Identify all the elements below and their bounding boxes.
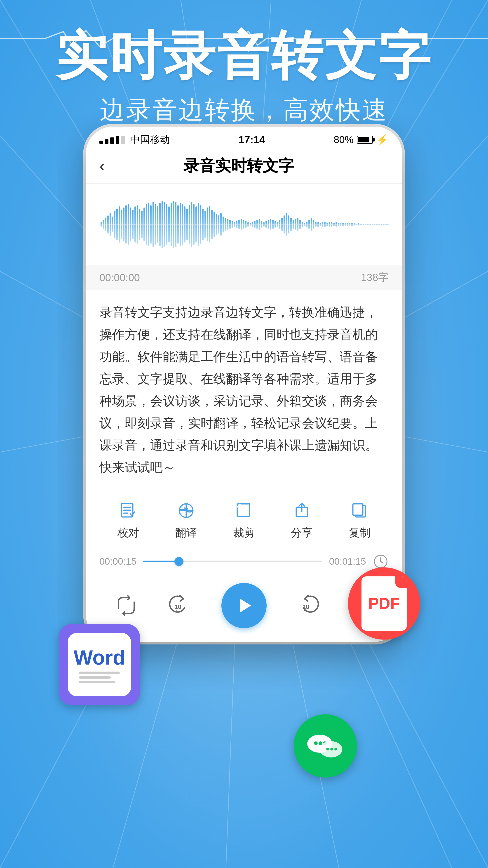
tool-share[interactable]: 分享 (291, 499, 313, 540)
svg-text:s: s (176, 608, 178, 613)
progress-section: 00:00:15 00:01:15 (86, 547, 402, 576)
back-button[interactable]: ‹ (99, 158, 105, 174)
waveform-container (86, 184, 402, 265)
word-lines (79, 672, 120, 683)
progress-track[interactable] (143, 561, 322, 562)
svg-point-173 (314, 741, 318, 745)
battery-icon (357, 135, 373, 144)
svg-text:译: 译 (184, 506, 188, 511)
status-right: 80% ⚡ (334, 134, 389, 146)
toolbar: 校对 译 翻译 (86, 490, 402, 547)
signal-dot-2 (105, 139, 108, 144)
progress-thumb[interactable] (174, 557, 184, 566)
svg-point-177 (326, 748, 329, 750)
transcript-area: 录音转文字支持边录音边转文字，转换准确迅捷，操作方便，还支持在线翻译，同时也支持… (86, 290, 402, 490)
forward-button[interactable]: 10 s (295, 593, 320, 618)
copy-icon (348, 499, 371, 522)
loop-button[interactable] (114, 593, 139, 618)
signal-dot-4 (116, 135, 119, 144)
wechat-badge (294, 714, 357, 778)
tool-translate-label: 翻译 (175, 526, 197, 540)
play-button[interactable] (221, 583, 267, 628)
word-badge: Word (59, 624, 140, 705)
svg-point-174 (319, 741, 322, 745)
nav-title: 录音实时转文字 (105, 155, 373, 177)
rewind-button[interactable]: 10 s (168, 593, 193, 618)
crop-icon (233, 499, 255, 522)
pdf-badge: PDF (348, 567, 420, 640)
tool-translate[interactable]: 译 翻译 (175, 499, 197, 540)
signal-dot-1 (99, 141, 103, 144)
status-left: 中国移动 (99, 133, 170, 146)
translate-icon: 译 (175, 499, 197, 522)
tool-copy-label: 复制 (349, 526, 370, 540)
signal-dot-3 (110, 137, 114, 144)
header-section: 实时录音转文字 边录音边转换，高效快速 (0, 0, 488, 127)
svg-point-178 (330, 748, 333, 750)
carrier-name: 中国移动 (130, 133, 170, 146)
tool-copy[interactable]: 复制 (348, 499, 371, 540)
svg-marker-167 (240, 598, 251, 613)
nav-bar: ‹ 录音实时转文字 (86, 151, 402, 184)
timer-icon[interactable] (373, 554, 389, 569)
signal-dot-5 (121, 135, 125, 144)
share-icon (291, 499, 313, 522)
progress-fill (143, 561, 179, 562)
wechat-icon (303, 723, 348, 769)
battery-percent: 80% (334, 134, 354, 145)
header-subtitle: 边录音边转换，高效快速 (0, 93, 488, 127)
waveform-svg (99, 197, 389, 252)
battery-fill (358, 137, 369, 143)
time-info-bar: 00:00:00 138字 (86, 265, 402, 290)
tool-proofread[interactable]: 校对 (117, 499, 140, 540)
signal-indicator (99, 135, 125, 144)
edit-check-icon (117, 499, 140, 522)
word-label: Word (74, 646, 125, 669)
battery-indicator (357, 135, 373, 144)
word-line-1 (79, 672, 120, 674)
tool-share-label: 分享 (291, 526, 313, 540)
tool-crop-label: 裁剪 (233, 526, 255, 540)
total-time: 00:01:15 (329, 556, 366, 567)
char-count: 138字 (361, 271, 389, 285)
status-bar: 中国移动 17:14 80% ⚡ (86, 127, 402, 151)
word-document-icon: Word (68, 633, 131, 696)
tool-proofread-label: 校对 (118, 526, 139, 540)
pdf-document-icon: PDF (361, 577, 407, 631)
start-time: 00:00:00 (99, 272, 140, 284)
word-line-3 (79, 681, 115, 683)
tool-crop[interactable]: 裁剪 (233, 499, 255, 540)
pdf-label: PDF (368, 594, 400, 613)
transcript-text: 录音转文字支持边录音边转文字，转换准确迅捷，操作方便，还支持在线翻译，同时也支持… (99, 301, 389, 478)
header-title: 实时录音转文字 (0, 27, 488, 84)
word-line-2 (79, 676, 111, 679)
svg-rect-161 (353, 504, 363, 515)
current-time: 00:00:15 (99, 556, 136, 567)
status-time: 17:14 (238, 133, 265, 146)
svg-text:s: s (304, 608, 306, 613)
phone-mockup: 中国移动 17:14 80% ⚡ ‹ 录音实时转文字 (86, 127, 402, 642)
svg-point-179 (334, 748, 337, 750)
charging-icon: ⚡ (376, 134, 389, 146)
phone-frame: 中国移动 17:14 80% ⚡ ‹ 录音实时转文字 (86, 127, 402, 642)
